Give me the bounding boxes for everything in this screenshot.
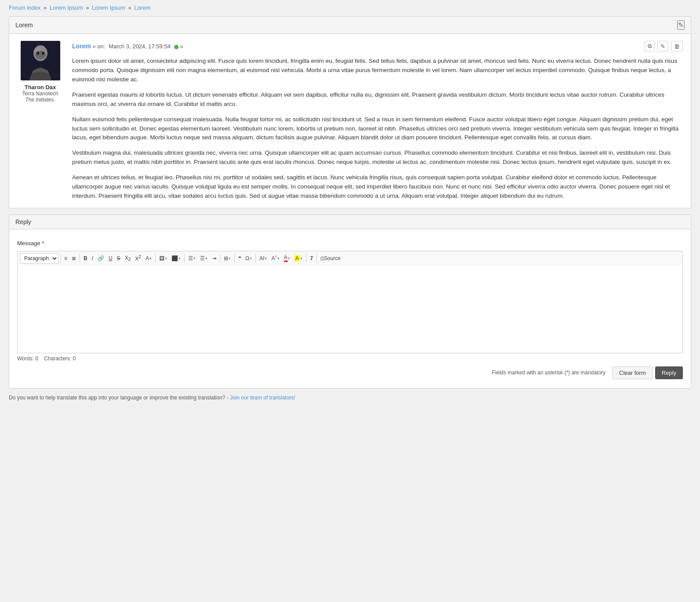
- post-role: The Initiates.: [17, 97, 63, 103]
- table-button[interactable]: ⊞▾: [222, 253, 233, 264]
- toolbar-sep-5: [220, 254, 220, 263]
- clear-format-button[interactable]: T̷: [308, 253, 315, 264]
- strikethrough-button[interactable]: S: [115, 253, 122, 264]
- italic-button[interactable]: I: [90, 253, 95, 264]
- reply-panel-title: Reply: [15, 218, 31, 225]
- toolbar-sep-2: [80, 254, 80, 263]
- unordered-list-button[interactable]: ≡: [62, 253, 69, 264]
- reply-panel-header: Reply: [9, 215, 691, 229]
- svg-point-5: [42, 52, 44, 55]
- toolbar-sep-6: [234, 254, 235, 263]
- post-paragraph-4: Vestibulum magna dui, malesuada ultrices…: [72, 149, 683, 167]
- post-meta-left: Lorem « on: March 3, 2024, 17:59:54 »: [72, 43, 183, 50]
- post-paragraph-2: Praesent egestas mauris id lobortis luct…: [72, 91, 683, 109]
- words-value: 0: [35, 355, 38, 362]
- post-username: Tharon Dax: [17, 84, 63, 91]
- reply-button[interactable]: Reply: [655, 366, 683, 379]
- translate-note: Do you want to help translate this app i…: [9, 395, 691, 401]
- post-actions: ⧉ ✎ 🗑: [645, 41, 683, 51]
- svg-point-3: [35, 51, 46, 59]
- highlight-button[interactable]: A▾: [144, 253, 153, 264]
- post-text: Lorem ipsum dolor sit amet, consectetur …: [72, 57, 683, 201]
- breadcrumb: Forum index » Lorem Ipsum » Lorem Ipsum …: [9, 4, 691, 11]
- underline-button[interactable]: U: [107, 253, 114, 264]
- breadcrumb-sep-1: »: [44, 4, 48, 11]
- breadcrumb-sep-2: »: [86, 4, 91, 11]
- toolbar-sep-3: [155, 254, 156, 263]
- blockquote-button[interactable]: ❝: [237, 253, 243, 264]
- online-indicator: [174, 45, 179, 49]
- toolbar-sep-8: [306, 254, 306, 263]
- indent-button[interactable]: ⇥: [210, 253, 218, 264]
- words-label: Words:: [17, 355, 34, 362]
- breadcrumb-sep-3: »: [128, 4, 133, 11]
- post-date: March 3, 2024, 17:59:54: [109, 43, 171, 50]
- post-content: Lorem « on: March 3, 2024, 17:59:54 » ⧉ …: [72, 41, 683, 201]
- avatar-image: [21, 41, 60, 80]
- translate-text: Do you want to help translate this app i…: [9, 395, 229, 401]
- post-panel: Lorem ✎: [9, 16, 691, 208]
- word-count: Words: 0 Characters: 0: [17, 353, 683, 364]
- post-layout: Tharon Dax Terra Nanotech The Initiates.…: [17, 41, 683, 201]
- editor-toolbar: Paragraph Heading 1 Heading 2 Heading 3 …: [17, 251, 683, 265]
- post-sidebar: Tharon Dax Terra Nanotech The Initiates.: [17, 41, 63, 201]
- post-paragraph-3: Nullam euismod felis pellentesque conseq…: [72, 115, 683, 143]
- special-char-button[interactable]: Ω▾: [244, 253, 254, 264]
- post-username-link[interactable]: Lorem: [72, 43, 91, 50]
- clear-form-button[interactable]: Clear form: [612, 366, 653, 379]
- toolbar-sep-1: [60, 254, 61, 263]
- num-list-button[interactable]: ☰▾: [198, 253, 209, 264]
- font-color-button[interactable]: A▾: [282, 253, 292, 264]
- breadcrumb-forum-index[interactable]: Forum index: [9, 4, 40, 11]
- post-date-suffix: »: [180, 43, 183, 50]
- bullet-list-button[interactable]: ☰▾: [186, 253, 197, 264]
- svg-point-4: [36, 52, 39, 55]
- post-body: Tharon Dax Terra Nanotech The Initiates.…: [9, 34, 691, 208]
- ordered-list-button[interactable]: ≣: [70, 253, 78, 264]
- mandatory-note: Fields marked with an asterisk (*) are m…: [17, 370, 605, 376]
- copy-button[interactable]: ⧉: [645, 41, 655, 51]
- superscript-button[interactable]: X2: [133, 253, 143, 264]
- message-editor[interactable]: [17, 265, 683, 353]
- post-panel-header: Lorem ✎: [9, 17, 691, 34]
- form-footer-wrapper: Fields marked with an asterisk (*) are m…: [17, 364, 683, 381]
- breadcrumb-lorem[interactable]: Lorem: [134, 4, 150, 11]
- toolbar-sep-4: [184, 254, 185, 263]
- font-family-button[interactable]: AT▾: [270, 253, 281, 264]
- bold-button[interactable]: B: [82, 253, 89, 264]
- bg-color-button[interactable]: A▾: [293, 253, 304, 264]
- post-meta: Lorem « on: March 3, 2024, 17:59:54 » ⧉ …: [72, 41, 683, 51]
- toolbar-sep-9: [317, 254, 317, 263]
- avatar: [21, 41, 60, 80]
- chars-value: 0: [73, 355, 76, 362]
- source-button[interactable]: ⎙ Source: [319, 253, 343, 264]
- breadcrumb-lorem-ipsum-2[interactable]: Lorem Ipsum: [92, 4, 125, 11]
- image-button[interactable]: 🖼▾: [157, 253, 169, 264]
- translate-link[interactable]: Join our team of translators!: [230, 395, 295, 401]
- chars-label: Characters:: [44, 355, 71, 362]
- post-org: Terra Nanotech: [17, 91, 63, 97]
- post-panel-edit-icon[interactable]: ✎: [677, 20, 685, 30]
- reply-panel-body: Message * Paragraph Heading 1 Heading 2 …: [9, 229, 691, 388]
- post-date-prefix: « on:: [92, 43, 105, 50]
- link-button[interactable]: 🔗: [96, 253, 106, 264]
- post-panel-title: Lorem: [15, 22, 33, 29]
- source-label: Source: [324, 255, 341, 261]
- media-button[interactable]: ⬛▾: [170, 253, 182, 264]
- subscript-button[interactable]: X2: [123, 253, 133, 264]
- toolbar-sep-7: [255, 254, 256, 263]
- message-label: Message *: [17, 236, 683, 248]
- edit-post-button[interactable]: ✎: [657, 41, 668, 51]
- breadcrumb-lorem-ipsum-1[interactable]: Lorem Ipsum: [50, 4, 83, 11]
- delete-post-button[interactable]: 🗑: [671, 41, 683, 51]
- post-paragraph-1: Lorem ipsum dolor sit amet, consectetur …: [72, 57, 683, 84]
- post-paragraph-5: Aenean et ultrices tellus, et feugiat le…: [72, 173, 683, 201]
- reply-panel: Reply Message * Paragraph Heading 1 Head…: [9, 214, 691, 388]
- font-size-button[interactable]: AI▾: [258, 253, 269, 264]
- paragraph-style-select[interactable]: Paragraph Heading 1 Heading 2 Heading 3: [20, 253, 58, 264]
